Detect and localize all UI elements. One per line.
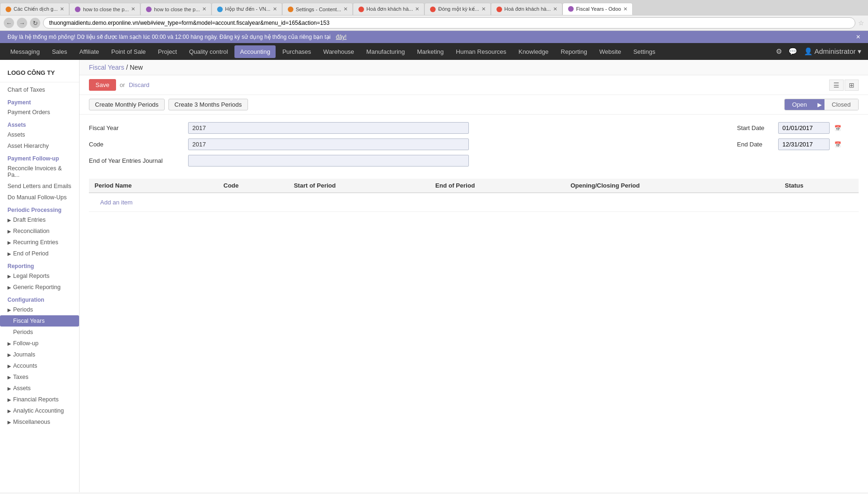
- sidebar-item-taxes[interactable]: ▶Taxes: [0, 371, 79, 383]
- top-menu-item-project[interactable]: Project: [153, 45, 182, 58]
- settings-icon[interactable]: ⚙: [774, 45, 784, 58]
- sidebar-arrow-icon: ▶: [7, 274, 11, 279]
- top-menu-item-hr[interactable]: Human Resources: [450, 45, 512, 58]
- sidebar-item-follow-up[interactable]: ▶Follow-up: [0, 338, 79, 349]
- browser-tab-tab8[interactable]: Hoá đơn khách hà...✕: [491, 3, 562, 15]
- user-menu[interactable]: 👤 Administrator ▾: [802, 45, 863, 58]
- top-menu-item-warehouse[interactable]: Warehouse: [318, 45, 360, 58]
- top-menu-item-website[interactable]: Website: [594, 45, 627, 58]
- address-input[interactable]: [43, 17, 855, 29]
- tab-close-icon[interactable]: ✕: [202, 6, 206, 12]
- sidebar-item-send-letters[interactable]: Send Letters and Emails: [0, 181, 79, 192]
- sidebar-item-manual-followups[interactable]: Do Manual Follow-Ups: [0, 192, 79, 203]
- sidebar-item-legal-reports[interactable]: ▶Legal Reports: [0, 270, 79, 282]
- browser-tab-tab6[interactable]: Hoá đơn khách hà...✕: [353, 3, 424, 15]
- create-monthly-periods-button[interactable]: Create Monthly Periods: [89, 99, 165, 110]
- status-closed-button[interactable]: Closed: [824, 99, 858, 110]
- start-date-calendar-icon[interactable]: 📅: [834, 125, 841, 131]
- refresh-button[interactable]: ↻: [30, 18, 40, 28]
- top-menu-item-accounting[interactable]: Accounting: [234, 45, 276, 58]
- top-menu-item-pos[interactable]: Point of Sale: [106, 45, 152, 58]
- sidebar-item-chart-of-taxes[interactable]: Chart of Taxes: [0, 84, 79, 95]
- sidebar-item-label: Fiscal Years: [13, 318, 44, 324]
- top-menu-item-messaging[interactable]: Messaging: [5, 45, 45, 58]
- tab-close-icon[interactable]: ✕: [553, 6, 557, 12]
- sidebar-item-analytic-accounting[interactable]: ▶Analytic Accounting: [0, 405, 79, 416]
- tab-close-icon[interactable]: ✕: [343, 6, 348, 12]
- back-button[interactable]: ←: [4, 18, 14, 28]
- sidebar-item-assets-config[interactable]: ▶Assets: [0, 383, 79, 394]
- discard-button[interactable]: Discard: [129, 81, 149, 88]
- top-menu-item-reporting[interactable]: Reporting: [555, 45, 592, 58]
- browser-tab-tab5[interactable]: Settings - Content...✕: [282, 3, 353, 15]
- browser-tab-tab7[interactable]: Đóng một kỳ kế...✕: [424, 3, 490, 15]
- form-area: Fiscal Year Code End of Year Entries Jou…: [80, 115, 868, 219]
- browser-tab-tab2[interactable]: how to close the p...✕: [69, 3, 140, 15]
- tab-label: Các Chiến dịch g...: [14, 6, 58, 12]
- tab-label: Hộp thư đến - VN...: [225, 6, 270, 12]
- code-input[interactable]: [188, 138, 469, 150]
- sidebar-item-generic-reporting[interactable]: ▶Generic Reporting: [0, 282, 79, 293]
- sidebar-item-fiscal-years[interactable]: Fiscal Years: [0, 315, 79, 327]
- chat-icon[interactable]: 💬: [787, 45, 799, 58]
- top-menu-item-knowledge[interactable]: Knowledge: [513, 45, 554, 58]
- end-date-calendar-icon[interactable]: 📅: [834, 141, 841, 148]
- tab-close-icon[interactable]: ✕: [415, 6, 419, 12]
- add-item-link[interactable]: Add an item: [95, 196, 138, 209]
- tab-favicon: [358, 6, 365, 13]
- periods-table: Period NameCodeStart of PeriodEnd of Per…: [89, 179, 859, 212]
- start-date-input[interactable]: [778, 122, 830, 134]
- tab-favicon: [146, 6, 152, 13]
- browser-tab-tab9[interactable]: Fiscal Years - Odoo✕: [562, 3, 633, 15]
- fiscal-year-input[interactable]: [188, 122, 469, 134]
- tab-close-icon[interactable]: ✕: [131, 6, 135, 12]
- status-open-button[interactable]: Open: [785, 99, 815, 110]
- sidebar-item-reconciliation[interactable]: ▶Reconciliation: [0, 225, 79, 237]
- end-of-year-input[interactable]: [188, 155, 469, 167]
- sidebar-item-label: Draft Entries: [13, 217, 45, 223]
- create-3months-periods-button[interactable]: Create 3 Months Periods: [168, 99, 248, 110]
- sidebar-arrow-icon: ▶: [7, 341, 11, 346]
- notification-close-icon[interactable]: ✕: [856, 34, 861, 40]
- forward-button[interactable]: →: [17, 18, 27, 28]
- tab-close-icon[interactable]: ✕: [273, 6, 277, 12]
- top-menu-item-quality[interactable]: Quality control: [183, 45, 233, 58]
- tab-close-icon[interactable]: ✕: [60, 6, 64, 12]
- sidebar-arrow-icon: ▶: [7, 375, 11, 380]
- content-area: Fiscal Years / New Save or Discard ☰ ⊞ C…: [80, 60, 868, 492]
- browser-tab-tab3[interactable]: how to close the p...✕: [140, 3, 212, 15]
- top-menu-item-affiliate[interactable]: Affiliate: [73, 45, 104, 58]
- top-menu-item-marketing[interactable]: Marketing: [411, 45, 449, 58]
- form-section: Fiscal Year Code End of Year Entries Jou…: [89, 122, 859, 171]
- notification-link[interactable]: đây!: [336, 34, 347, 40]
- tab-close-icon[interactable]: ✕: [481, 6, 486, 12]
- bookmark-icon[interactable]: ☆: [858, 19, 864, 27]
- list-view-button[interactable]: ☰: [829, 80, 844, 91]
- sidebar-item-end-of-period[interactable]: ▶End of Period: [0, 248, 79, 259]
- sidebar-item-draft-entries[interactable]: ▶Draft Entries: [0, 214, 79, 225]
- sidebar-item-accounts[interactable]: ▶Accounts: [0, 360, 79, 371]
- breadcrumb-parent[interactable]: Fiscal Years: [89, 64, 124, 71]
- top-menu-item-manufacturing[interactable]: Manufacturing: [361, 45, 410, 58]
- grid-view-button[interactable]: ⊞: [845, 80, 859, 91]
- end-date-input[interactable]: [778, 138, 830, 150]
- save-button[interactable]: Save: [89, 79, 116, 91]
- sidebar-item-reconcile[interactable]: Reconcile Invoices & Pa...: [0, 163, 79, 181]
- sidebar-item-periods[interactable]: Periods: [0, 327, 79, 338]
- sidebar-item-journals[interactable]: ▶Journals: [0, 349, 79, 360]
- sidebar-item-periods-parent[interactable]: ▶Periods: [0, 304, 79, 315]
- table-header-opening-closing-period: Opening/Closing Period: [565, 179, 779, 193]
- sidebar-item-payment-orders[interactable]: Payment Orders: [0, 107, 79, 118]
- browser-tab-tab1[interactable]: Các Chiến dịch g...✕: [0, 3, 69, 15]
- browser-tab-tab4[interactable]: Hộp thư đến - VN...✕: [212, 3, 282, 15]
- sidebar-item-assets[interactable]: Assets: [0, 129, 79, 140]
- tab-close-icon[interactable]: ✕: [623, 6, 627, 12]
- top-menu-item-purchases[interactable]: Purchases: [277, 45, 316, 58]
- sidebar-item-recurring-entries[interactable]: ▶Recurring Entries: [0, 237, 79, 248]
- top-menu-item-sales[interactable]: Sales: [46, 45, 73, 58]
- sidebar-item-financial-reports[interactable]: ▶Financial Reports: [0, 394, 79, 405]
- form-right-col: Start Date 📅 End Date 📅: [737, 122, 859, 150]
- top-menu-item-settings[interactable]: Settings: [627, 45, 661, 58]
- sidebar-item-miscellaneous[interactable]: ▶Miscellaneous: [0, 416, 79, 428]
- sidebar-item-asset-hierarchy[interactable]: Asset Hierarchy: [0, 140, 79, 152]
